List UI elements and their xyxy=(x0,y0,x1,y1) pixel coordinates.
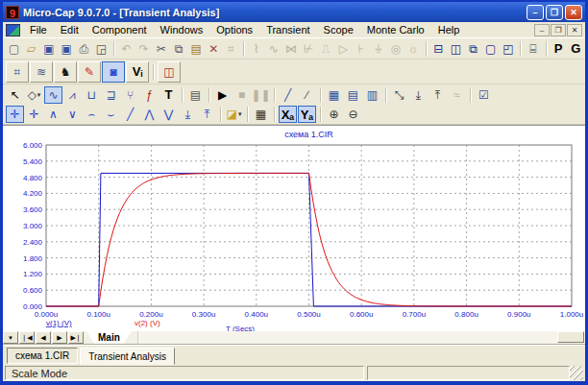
delete-icon[interactable]: ✕ xyxy=(206,40,222,58)
top-bottom-icon[interactable]: ⤒ xyxy=(198,106,216,123)
first-page-button[interactable]: ❘◀ xyxy=(19,331,35,344)
zoom-in-icon[interactable]: ⊕ xyxy=(325,106,343,123)
low-icon[interactable]: ⌣ xyxy=(102,106,120,123)
legend-series-2[interactable]: v(2) (V) xyxy=(135,319,160,327)
maximize-window-icon[interactable]: ▢ xyxy=(482,40,499,58)
curve-select-icon[interactable]: ∿ xyxy=(44,86,62,104)
cut-icon[interactable]: ✂ xyxy=(153,40,169,58)
vertical-tag-icon[interactable]: ⊒ xyxy=(102,86,120,104)
grid-vertical-icon[interactable]: ▥ xyxy=(363,86,381,104)
peak-icon[interactable]: ∧ xyxy=(44,106,62,123)
menu-windows[interactable]: Windows xyxy=(154,23,210,36)
print-preview-icon[interactable]: ◲ xyxy=(93,40,110,58)
menu-options[interactable]: Options xyxy=(209,23,259,36)
battery-icon: ⊦ xyxy=(353,40,369,58)
horizontal-tag-icon[interactable]: ⊔ xyxy=(83,86,101,104)
copy-icon[interactable]: ⧉ xyxy=(170,40,186,58)
probe-window-icon[interactable]: ◫ xyxy=(158,61,181,83)
legend-series-1[interactable]: v(1) (V) xyxy=(46,319,72,327)
maximize-button[interactable]: ❐ xyxy=(546,5,563,20)
resize-grip[interactable] xyxy=(570,366,583,380)
grid-full-icon[interactable]: ▦ xyxy=(325,86,343,104)
chart-svg[interactable]: 0.000u0.100u0.200u0.300u0.400u0.500u0.60… xyxy=(3,126,585,332)
select-arrow-icon[interactable]: ↖ xyxy=(6,86,24,104)
go-to-branch-icon-dropdown[interactable]: ▾ xyxy=(238,110,242,118)
minimize-button[interactable]: – xyxy=(527,5,544,20)
cursor-second-icon[interactable]: ✛ xyxy=(25,106,43,123)
global-high-icon[interactable]: ⋁ xyxy=(159,106,178,123)
tile-windows-icon[interactable]: ◰ xyxy=(500,40,516,58)
grid-horizontal-icon[interactable]: ▤ xyxy=(344,86,362,104)
transient-analysis-plot[interactable]: 0.000u0.100u0.200u0.300u0.400u0.500u0.60… xyxy=(3,125,585,331)
save-icon[interactable]: ▣ xyxy=(40,40,57,58)
valley-icon[interactable]: ∨ xyxy=(63,106,82,123)
zoom-out-icon[interactable]: ⊖ xyxy=(344,106,362,123)
child-document-icon[interactable] xyxy=(6,24,20,36)
title-bar[interactable]: 9 Micro-Cap 9.0.7.0 - [Transient Analysi… xyxy=(3,2,585,22)
menu-scope[interactable]: Scope xyxy=(317,23,360,36)
p-key-button[interactable]: P xyxy=(551,40,567,58)
measure-line-icon[interactable]: ∕ xyxy=(298,86,316,104)
page-tab-main[interactable]: Main xyxy=(86,331,132,344)
print-icon[interactable]: ⎙ xyxy=(76,40,92,58)
find-icon-glyph: ⌗ xyxy=(228,43,234,55)
last-page-button[interactable]: ▶❘ xyxy=(68,331,84,344)
cascade-windows-icon[interactable]: ⧉ xyxy=(465,40,481,58)
go-to-branch-icon[interactable]: ◪▾ xyxy=(225,106,243,123)
x-scale-icon[interactable]: Xₐ xyxy=(279,106,297,123)
cursor-crosshair-icon[interactable]: ✛ xyxy=(6,106,24,123)
child-minimize-button[interactable]: – xyxy=(534,24,550,36)
menu-transient[interactable]: Transient xyxy=(259,23,316,36)
high-icon[interactable]: ⌢ xyxy=(83,106,101,123)
cursor-right-icon[interactable]: ⤒ xyxy=(429,86,447,104)
g-key-button[interactable]: G xyxy=(568,40,584,58)
run-button[interactable]: ▶ xyxy=(213,86,232,104)
analysis-plot-icon[interactable]: ◙ xyxy=(102,61,125,83)
split-horizontal-icon[interactable]: ⊟ xyxy=(430,40,447,58)
scrollbar-thumb[interactable] xyxy=(557,331,584,343)
component-browser-icon[interactable]: ⌗ xyxy=(6,61,29,83)
tab-schematic[interactable]: схема 1.CIR xyxy=(7,348,78,364)
cursor-probe-icon[interactable]: ⤡ xyxy=(390,86,408,104)
graphics-shapes-icon-dropdown[interactable]: ▾ xyxy=(37,91,41,99)
calculator-icon[interactable]: ⌸ xyxy=(525,40,541,58)
tab-transient-analysis[interactable]: Transient Analysis xyxy=(80,348,175,365)
open-icon[interactable]: ▱ xyxy=(23,40,39,58)
next-page-button[interactable]: ▶ xyxy=(52,331,67,344)
slope-icon[interactable]: ╱ xyxy=(121,106,139,123)
peak-markers-icon[interactable]: ⩘ xyxy=(63,86,82,104)
node-numbers-icon[interactable]: ⑂ xyxy=(121,86,139,104)
y-scale-icon[interactable]: Yₐ xyxy=(298,106,316,123)
menu-monte-carlo[interactable]: Monte Carlo xyxy=(360,23,431,36)
previous-page-button[interactable]: ◀ xyxy=(36,331,51,344)
cursor-left-icon-glyph: ⤓ xyxy=(416,89,421,101)
split-vertical-icon[interactable]: ◫ xyxy=(448,40,464,58)
save-all-icon[interactable]: ▣ xyxy=(58,40,74,58)
fourier-window-icon[interactable]: ƒ xyxy=(140,86,159,104)
inflection-icon[interactable]: ⋀ xyxy=(140,106,159,123)
graphics-shapes-icon[interactable]: ◇▾ xyxy=(25,86,43,104)
cursor-left-icon[interactable]: ⤓ xyxy=(409,86,428,104)
properties-edit-icon[interactable]: ☑ xyxy=(475,86,493,104)
stop-button-glyph: ■ xyxy=(238,89,245,101)
animate-mode-icon[interactable]: ♞ xyxy=(54,61,77,83)
probe-icon[interactable]: ✎ xyxy=(78,61,101,83)
close-button[interactable]: ✕ xyxy=(565,5,582,20)
child-restore-button[interactable]: ❐ xyxy=(551,24,566,36)
waveform-source-icon[interactable]: ≋ xyxy=(30,61,53,83)
properties-icon[interactable]: ▤ xyxy=(186,86,205,104)
horizontal-scrollbar[interactable] xyxy=(137,331,585,344)
new-icon[interactable]: ▢ xyxy=(6,40,22,58)
menu-edit[interactable]: Edit xyxy=(54,23,86,36)
text-tool-icon[interactable]: T xyxy=(159,86,178,104)
menu-component[interactable]: Component xyxy=(86,23,154,36)
numeric-output-icon[interactable]: ▦ xyxy=(252,106,270,123)
page-list-dropdown-button[interactable]: ▼ xyxy=(3,331,18,344)
child-close-button[interactable]: ✕ xyxy=(567,24,582,36)
menu-help[interactable]: Help xyxy=(431,23,467,36)
cursor-line-icon[interactable]: ╱ xyxy=(279,86,297,104)
voltage-current-icon[interactable]: Vᵢ xyxy=(126,61,149,83)
global-low-icon[interactable]: ⤓ xyxy=(179,106,197,123)
paste-icon[interactable]: ▤ xyxy=(188,40,205,58)
menu-file[interactable]: File xyxy=(23,23,54,36)
